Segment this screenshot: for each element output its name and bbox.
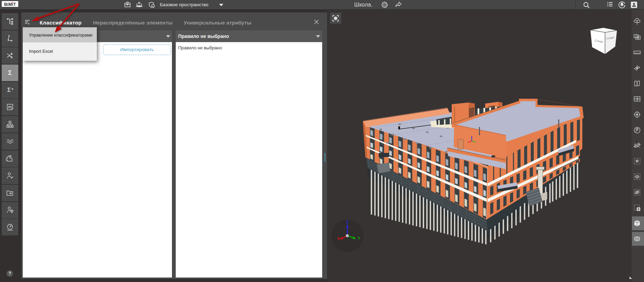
svg-text:Σ: Σ [8,69,12,76]
svg-text:1: 1 [635,143,636,145]
svg-text:Σ: Σ [7,87,11,93]
svg-text:X: X [337,236,340,241]
svg-text:+: + [11,87,13,91]
svg-text:Y: Y [358,236,360,240]
svg-text:2D: 2D [8,105,12,109]
svg-text:Z: Z [346,220,349,224]
svg-text:2: 2 [638,142,640,144]
